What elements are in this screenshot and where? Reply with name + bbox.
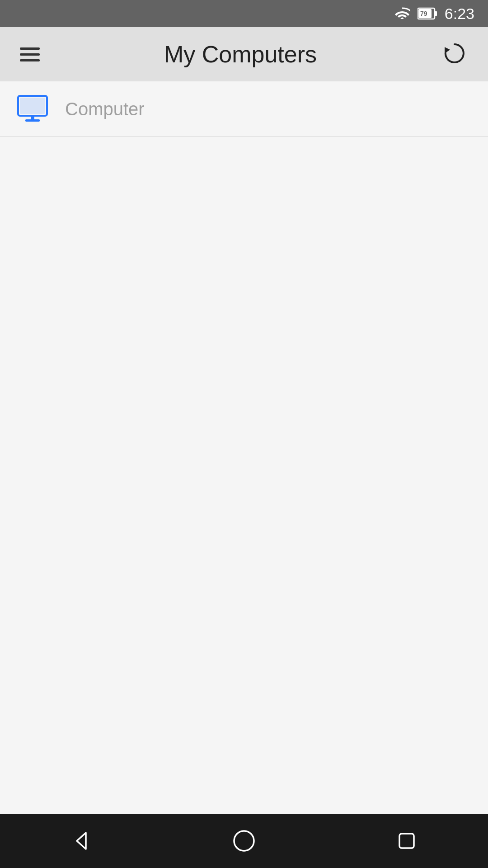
svg-rect-1 [435, 11, 437, 16]
battery-icon: 79 [418, 7, 437, 20]
app-bar: My Computers [0, 27, 488, 81]
hamburger-line-1 [20, 47, 40, 50]
content-area: Computer [0, 81, 488, 814]
svg-rect-6 [20, 98, 45, 114]
nav-bar [0, 814, 488, 868]
computer-icon [16, 94, 49, 124]
battery-container: 79 [418, 7, 437, 20]
hamburger-line-3 [20, 59, 40, 61]
svg-rect-8 [25, 119, 40, 122]
list-divider [0, 137, 488, 137]
status-time: 6:23 [445, 5, 474, 23]
nav-recents-button[interactable] [388, 822, 426, 860]
refresh-button[interactable] [437, 36, 472, 72]
back-icon [70, 829, 93, 853]
svg-point-10 [234, 831, 254, 851]
svg-marker-9 [77, 833, 86, 849]
computer-name: Computer [65, 99, 145, 119]
svg-text:79: 79 [420, 10, 427, 17]
refresh-icon [441, 40, 468, 67]
nav-back-button[interactable] [62, 822, 100, 860]
home-icon [232, 829, 256, 853]
page-title: My Computers [164, 41, 317, 68]
hamburger-menu-button[interactable] [16, 44, 43, 65]
status-bar: 79 6:23 [0, 0, 488, 27]
wifi-icon [394, 7, 410, 20]
recents-icon [395, 829, 418, 853]
hamburger-line-2 [20, 53, 40, 56]
status-bar-icons: 79 6:23 [394, 5, 474, 23]
list-item[interactable]: Computer [0, 81, 488, 137]
svg-marker-4 [445, 47, 450, 53]
nav-home-button[interactable] [225, 822, 263, 860]
svg-rect-7 [31, 116, 34, 119]
svg-rect-11 [399, 834, 414, 848]
